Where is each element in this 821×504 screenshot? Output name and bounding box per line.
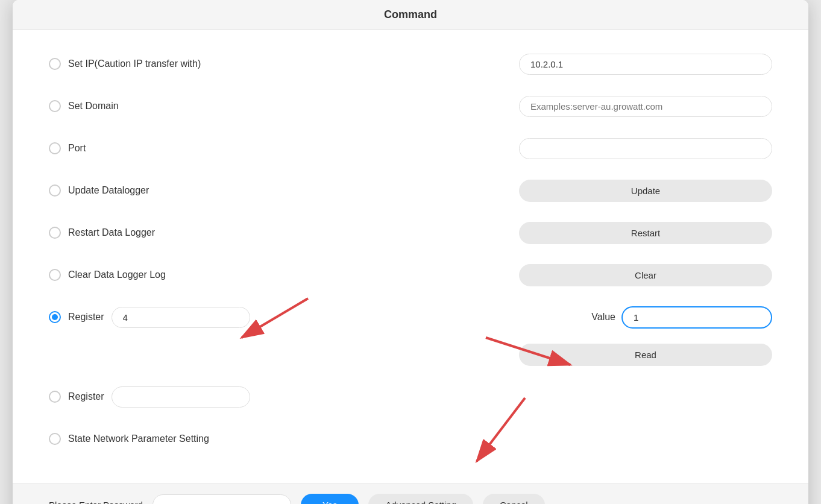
radio-register-1[interactable] — [49, 311, 61, 323]
modal-container: Command Set IP(Caution IP transfer with)… — [13, 0, 808, 504]
input-value[interactable] — [621, 306, 772, 329]
label-clear: Clear Data Logger Log — [68, 269, 166, 280]
label-restart: Restart Data Logger — [68, 227, 155, 238]
modal-footer: Please Enter Password Yes Advanced Setti… — [13, 484, 808, 504]
input-register-2[interactable] — [112, 386, 250, 408]
label-set-domain: Set Domain — [68, 101, 119, 112]
label-update-datalogger: Update Datalogger — [68, 185, 149, 196]
value-label: Value — [591, 312, 615, 323]
row-set-domain: Set Domain — [49, 90, 772, 122]
radio-port[interactable] — [49, 142, 61, 154]
btn-read[interactable]: Read — [519, 344, 772, 366]
cancel-button[interactable]: Cancel — [483, 494, 545, 504]
btn-clear[interactable]: Clear — [519, 264, 772, 286]
btn-update[interactable]: Update — [519, 180, 772, 202]
label-set-ip: Set IP(Caution IP transfer with) — [68, 58, 201, 69]
modal-title: Command — [13, 8, 808, 21]
label-port: Port — [68, 143, 86, 154]
input-register-1[interactable] — [112, 307, 250, 328]
label-register-2: Register — [68, 391, 104, 402]
row-restart: Restart Data Logger Restart — [49, 217, 772, 248]
row-clear: Clear Data Logger Log Clear — [49, 259, 772, 291]
radio-update-datalogger[interactable] — [49, 184, 61, 197]
yes-button[interactable]: Yes — [301, 494, 359, 504]
radio-clear[interactable] — [49, 269, 61, 281]
label-state-network: State Network Parameter Setting — [68, 433, 209, 444]
row-register-1: Register Value — [49, 301, 772, 333]
row-state-network: State Network Parameter Setting — [49, 423, 772, 455]
radio-set-domain[interactable] — [49, 100, 61, 112]
radio-register-2[interactable] — [49, 391, 61, 403]
btn-restart[interactable]: Restart — [519, 222, 772, 244]
input-set-ip[interactable] — [519, 54, 772, 75]
radio-set-ip[interactable] — [49, 58, 61, 70]
radio-state-network[interactable] — [49, 433, 61, 445]
row-register-2: Register — [49, 381, 772, 412]
input-set-domain[interactable] — [519, 96, 772, 117]
row-read-btn: Read — [49, 339, 772, 370]
modal-body: Set IP(Caution IP transfer with) Set Dom… — [13, 30, 808, 504]
password-input[interactable] — [153, 494, 291, 504]
row-set-ip: Set IP(Caution IP transfer with) — [49, 48, 772, 80]
label-register-1: Register — [68, 312, 104, 323]
advanced-setting-button[interactable]: Advanced Setting — [368, 494, 473, 504]
modal-header: Command — [13, 0, 808, 30]
input-port[interactable] — [519, 138, 772, 159]
row-update-datalogger: Update Datalogger Update — [49, 175, 772, 206]
row-port: Port — [49, 133, 772, 164]
password-label: Please Enter Password — [49, 500, 143, 504]
radio-restart[interactable] — [49, 227, 61, 239]
